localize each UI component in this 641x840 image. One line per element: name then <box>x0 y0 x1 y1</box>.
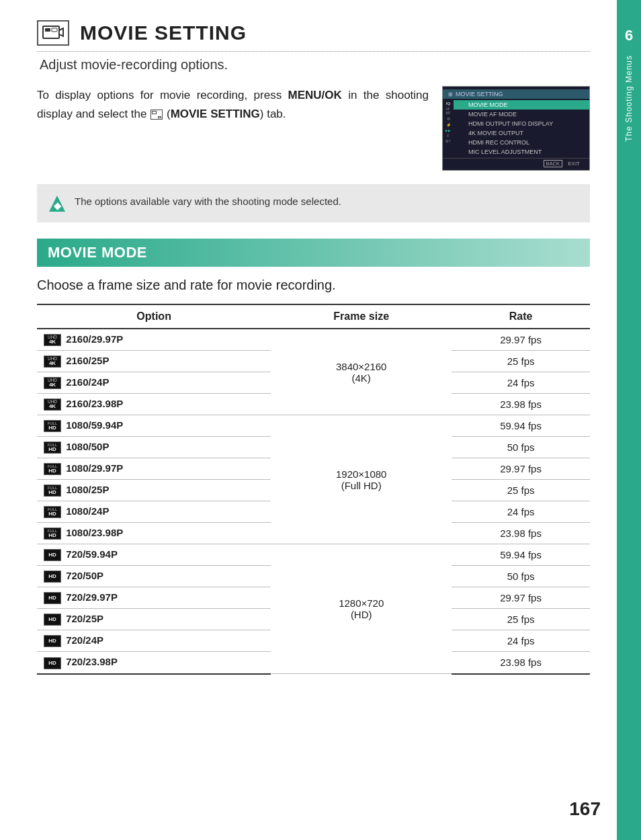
option-label: 1080/25P <box>66 484 109 495</box>
chapter-label: The Shooting Menus <box>624 55 634 142</box>
badge-full-hd-2: FULL HD <box>44 442 61 454</box>
note-icon: ◆ <box>48 194 67 213</box>
chapter-number: 6 <box>625 27 633 44</box>
badge-hd-6: HD <box>44 657 61 669</box>
movie-setting-icon <box>37 20 69 46</box>
rate-cell: 23.98 fps <box>452 394 590 415</box>
option-cell: UHD 4K 2160/29.97P <box>37 329 271 351</box>
subtitle: Adjust movie-recording options. <box>37 57 590 73</box>
option-label: 1080/23.98P <box>66 527 123 538</box>
table-row: HD 720/59.94P 1280×720(HD) 59.94 fps <box>37 544 590 566</box>
option-label: 1080/29.97P <box>66 462 123 474</box>
option-cell: FULL HD 1080/25P <box>37 480 271 501</box>
svg-rect-3 <box>52 28 57 32</box>
option-cell: HD 720/25P <box>37 609 271 630</box>
badge-uhd-4k-4: UHD 4K <box>44 398 61 411</box>
frame-size-hd: 1280×720(HD) <box>271 544 452 674</box>
exit-label: EXIT <box>566 161 582 167</box>
badge-uhd-4k-3: UHD 4K <box>44 377 61 389</box>
option-label: 720/23.98P <box>66 656 118 667</box>
option-cell: UHD 4K 2160/24P <box>37 372 271 394</box>
option-label: 1080/59.94P <box>66 419 123 431</box>
rate-cell: 25 fps <box>452 609 590 630</box>
cam-item-hdmi-rec: HDMI REC CONTROL <box>454 138 589 147</box>
badge-full-hd-4: FULL HD <box>44 485 61 497</box>
option-cell: HD 720/50P <box>37 566 271 587</box>
rate-cell: 25 fps <box>452 480 590 501</box>
rate-cell: 29.97 fps <box>452 458 590 480</box>
rate-cell: 23.98 fps <box>452 652 590 674</box>
movie-mode-header: MOVIE MODE <box>37 239 590 267</box>
badge-full-hd-6: FULL HD <box>44 528 61 540</box>
option-cell: FULL HD 1080/23.98P <box>37 523 271 544</box>
camera-menu-footer: BACK EXIT <box>443 158 589 167</box>
frame-size-4k: 3840×2160(4K) <box>271 329 452 415</box>
side-tab: 6 The Shooting Menus <box>617 0 641 840</box>
option-label: 1080/24P <box>66 505 109 517</box>
rate-cell: 59.94 fps <box>452 415 590 437</box>
option-label: 2160/29.97P <box>66 333 123 345</box>
movie-mode-title: MOVIE MODE <box>48 244 147 261</box>
cam-icon-flash: ⚡ <box>446 122 451 127</box>
rate-cell: 24 fps <box>452 372 590 394</box>
rate-cell: 25 fps <box>452 351 590 372</box>
badge-hd-2: HD <box>44 571 61 583</box>
description-section: To display options for movie recording, … <box>37 86 590 171</box>
svg-text:◆: ◆ <box>53 200 62 211</box>
col-header-option: Option <box>37 304 271 329</box>
option-label: 720/24P <box>66 634 103 646</box>
badge-uhd-4k-1: UHD 4K <box>44 334 61 346</box>
cam-item-hdmi-info: HDMI OUTPUT INFO DISPLAY <box>454 119 589 128</box>
svg-rect-2 <box>45 28 50 32</box>
cam-icon-settings: ⚙ <box>447 116 450 121</box>
badge-hd-3: HD <box>44 592 61 604</box>
note-text: The options available vary with the shoo… <box>75 194 341 210</box>
section-description: Choose a frame size and rate for movie r… <box>37 278 590 293</box>
rate-cell: 23.98 fps <box>452 523 590 544</box>
menu-ok-bold: MENU/OK <box>288 89 342 101</box>
cam-item-movie-mode: MOVIE MODE <box>454 100 589 110</box>
option-cell: HD 720/59.94P <box>37 544 271 566</box>
camera-menu-screenshot: ⊞ MOVIE SETTING IQ AFMF ⚙ ⚡ ▶▶ F MY MOVI… <box>442 86 590 171</box>
option-label: 2160/24P <box>66 376 109 388</box>
option-label: 720/25P <box>66 613 103 624</box>
table-row: FULL HD 1080/59.94P 1920×1080(Full HD) 5… <box>37 415 590 437</box>
rate-cell: 24 fps <box>452 501 590 523</box>
rate-cell: 29.97 fps <box>452 329 590 351</box>
page-number: 167 <box>569 798 601 820</box>
frame-size-fullhd: 1920×1080(Full HD) <box>271 415 452 544</box>
movie-setting-bold2: MOVIE SETTING <box>171 108 260 120</box>
description-text: To display options for movie recording, … <box>37 86 429 124</box>
page-header: MOVIE SETTING <box>37 20 590 52</box>
svg-marker-1 <box>59 28 63 36</box>
rate-cell: 24 fps <box>452 630 590 652</box>
option-cell: UHD 4K 2160/23.98P <box>37 394 271 415</box>
option-cell: HD 720/23.98P <box>37 652 271 674</box>
cam-icon-af: AFMF <box>445 107 450 115</box>
option-label: 2160/25P <box>66 355 109 366</box>
cam-icon-filter: F <box>447 134 450 138</box>
cam-item-mic-level: MIC LEVEL ADJUSTMENT <box>454 147 589 157</box>
back-label: BACK <box>544 160 562 167</box>
rate-cell: 29.97 fps <box>452 587 590 609</box>
badge-full-hd-5: FULL HD <box>44 506 61 518</box>
desc-part1: To display options for movie recording, … <box>37 89 288 101</box>
note-box: ◆ The options available vary with the sh… <box>37 184 590 222</box>
rate-cell: 59.94 fps <box>452 544 590 566</box>
option-label: 1080/50P <box>66 441 109 452</box>
badge-uhd-4k-2: UHD 4K <box>44 355 61 368</box>
cam-icon-iq: IQ <box>446 101 450 106</box>
page-title: MOVIE SETTING <box>80 22 247 44</box>
option-label: 2160/23.98P <box>66 398 123 409</box>
main-content: MOVIE SETTING Adjust movie-recording opt… <box>0 0 617 702</box>
badge-full-hd-3: FULL HD <box>44 463 61 475</box>
option-cell: HD 720/29.97P <box>37 587 271 609</box>
camera-menu-title: ⊞ MOVIE SETTING <box>443 89 589 99</box>
option-cell: FULL HD 1080/59.94P <box>37 415 271 437</box>
cam-item-af-mode: MOVIE AF MODE <box>454 110 589 119</box>
rate-cell: 50 fps <box>452 437 590 458</box>
rate-cell: 50 fps <box>452 566 590 587</box>
badge-hd-5: HD <box>44 635 61 647</box>
table-row: UHD 4K 2160/29.97P 3840×2160(4K) 29.97 f… <box>37 329 590 351</box>
option-cell: FULL HD 1080/29.97P <box>37 458 271 480</box>
